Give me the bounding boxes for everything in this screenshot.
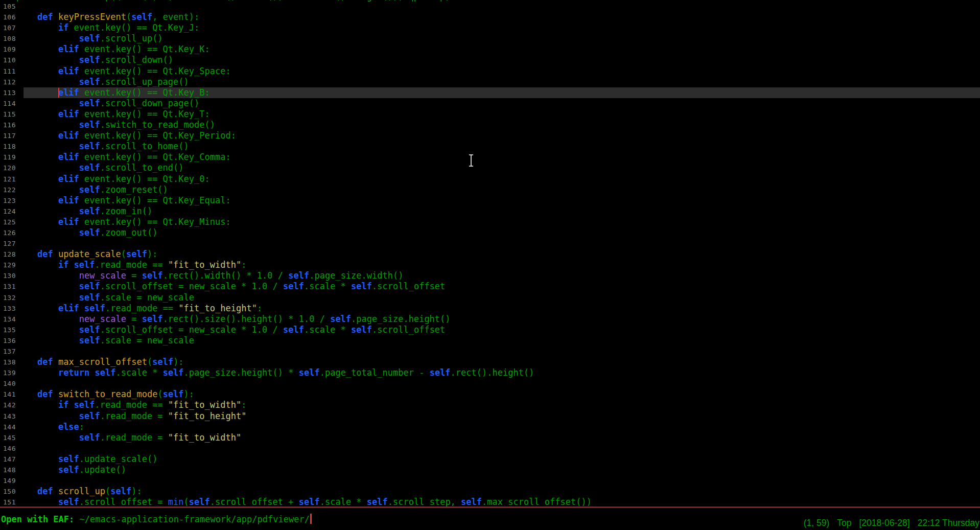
code-line[interactable]: 145 self.read_mode = "fit_to_width" [0, 432, 980, 443]
code-line[interactable]: 118 self.scroll_to_home() [0, 141, 980, 152]
line-content: def update_scale(self): [16, 249, 157, 259]
code-line[interactable]: 137 [0, 346, 980, 357]
line-content: self.scroll_offset = min(self.scroll_off… [16, 497, 592, 506]
line-number: 150 [3, 486, 16, 497]
code-line[interactable]: 122 self.zoom_reset() [0, 185, 980, 195]
code-line[interactable]: 134 new_scale = self.rect().size().heigh… [0, 314, 980, 325]
code-line[interactable]: 126 self.zoom_out() [0, 227, 980, 238]
line-number: 122 [3, 185, 16, 195]
code-line[interactable]: 128 def update_scale(self): [0, 249, 980, 260]
code-line[interactable]: 139 return self.scale * self.page_size.h… [0, 367, 980, 378]
line-content: self.scale = new_scale [16, 292, 194, 303]
line-number: 128 [3, 249, 16, 260]
line-content: self.read_mode = "fit_to_width" [16, 432, 241, 443]
line-number: 131 [3, 281, 16, 292]
line-content: elif event.key() == Qt.Key_T: [16, 109, 210, 119]
minibuffer[interactable]: Open with EAF: ~/emacs-application-frame… [1, 513, 312, 526]
code-line[interactable]: 143 self.read_mode = "fit_to_height" [0, 411, 980, 422]
code-line[interactable]: 131 self.scroll_offset = new_scale * 1.0… [0, 281, 980, 292]
code-line[interactable]: 123 elif event.key() == Qt.Key_Equal: [0, 195, 980, 206]
line-number: 108 [3, 33, 16, 44]
code-line[interactable]: 121 elif event.key() == Qt.Key_0: [0, 174, 980, 185]
line-number: 111 [3, 66, 16, 77]
code-line[interactable]: 147 self.update_scale() [0, 454, 980, 465]
code-line[interactable]: 144 else: [0, 422, 980, 432]
minibuffer-input[interactable]: ~/emacs-application-framework/app/pdfvie… [80, 514, 310, 524]
code-line[interactable]: 115 elif event.key() == Qt.Key_T: [0, 109, 980, 120]
code-line[interactable]: 106 def keyPressEvent(self, event): [0, 12, 980, 22]
text-cursor [310, 514, 312, 524]
code-line[interactable]: 112 self.scroll_up_page() [0, 77, 980, 87]
line-content: def max_scroll_offset(self): [16, 357, 184, 367]
mouse-cursor-ibeam [468, 154, 475, 167]
code-line[interactable]: 150 def scroll_up(self): [0, 486, 980, 497]
line-number: 147 [3, 454, 16, 465]
code-line[interactable]: 109 elif event.key() == Qt.Key_K: [0, 44, 980, 55]
line-number: 125 [3, 217, 16, 227]
line-number: 142 [3, 400, 16, 410]
code-line[interactable]: 135 self.scroll_offset = new_scale * 1.0… [0, 325, 980, 335]
cursor-position: (1, 59) [804, 517, 830, 528]
code-line[interactable]: 119 elif event.key() == Qt.Key_Comma: [0, 152, 980, 163]
line-content: self.update_scale() [16, 454, 157, 464]
code-line[interactable]: 141 def switch_to_read_mode(self): [0, 389, 980, 400]
code-line[interactable]: 136 self.scale = new_scale [0, 335, 980, 346]
code-line[interactable]: 142 if self.read_mode == "fit_to_width": [0, 400, 980, 410]
line-number: 114 [3, 98, 16, 109]
line-number: 106 [3, 12, 16, 22]
code-line[interactable]: 117 elif event.key() == Qt.Key_Period: [0, 130, 980, 141]
line-number: 110 [3, 55, 16, 65]
line-number: 132 [3, 292, 16, 303]
line-content: self.scroll_up_page() [16, 77, 189, 87]
line-number: 146 [3, 443, 16, 454]
code-line[interactable]: 149 [0, 475, 980, 486]
line-number: 107 [3, 22, 16, 33]
line-content: elif event.key() == Qt.Key_Space: [16, 66, 231, 76]
code-line[interactable]: 116 self.switch_to_read_mode() [0, 120, 980, 130]
line-number: 137 [3, 346, 16, 357]
code-line[interactable]: 151 self.scroll_offset = min(self.scroll… [0, 497, 980, 506]
code-line[interactable]: 108 self.scroll_up() [0, 33, 980, 44]
code-line[interactable]: 140 [0, 378, 980, 389]
line-number: 115 [3, 109, 16, 120]
line-content: def scroll_up(self): [16, 486, 142, 496]
emacs-frame: { "colors": { "background": "#000000", "… [0, 0, 980, 530]
code-line[interactable]: 125 elif event.key() == Qt.Key_Minus: [0, 217, 980, 227]
code-line[interactable]: 105 [0, 1, 980, 12]
line-number: 140 [3, 378, 16, 389]
code-line[interactable]: 124 self.zoom_in() [0, 206, 980, 217]
line-number: 123 [3, 195, 16, 206]
line-content: def keyPressEvent(self, event): [16, 12, 199, 22]
code-line[interactable]: 138 def max_scroll_offset(self): [0, 357, 980, 367]
line-content: elif event.key() == Qt.Key_Equal: [16, 195, 231, 205]
line-content: self.update() [16, 465, 126, 475]
line-content: if self.read_mode == "fit_to_width": [16, 260, 246, 270]
line-number: 141 [3, 389, 16, 400]
line-content: def switch_to_read_mode(self): [16, 389, 194, 399]
line-number: 109 [3, 44, 16, 55]
code-line[interactable]: 148 self.update() [0, 465, 980, 475]
line-number: 127 [3, 238, 16, 249]
line-content: if event.key() == Qt.Key_J: [16, 22, 199, 33]
line-number: 136 [3, 335, 16, 346]
code-line[interactable]: 127 [0, 238, 980, 249]
code-buffer[interactable]: painter.drawPixmap(QRect(0, 0, self.rect… [0, 0, 980, 506]
code-line[interactable]: 132 self.scale = new_scale [0, 292, 980, 303]
code-line[interactable]: 130 new_scale = self.rect().width() * 1.… [0, 270, 980, 281]
line-number: 130 [3, 270, 16, 281]
code-line[interactable]: 110 self.scroll_down() [0, 55, 980, 65]
code-line[interactable]: 114 self.scroll_down_page() [0, 98, 980, 109]
code-line[interactable]: 120 self.scroll_to_end() [0, 163, 980, 173]
line-number: 148 [3, 465, 16, 475]
code-line[interactable]: 133 elif self.read_mode == "fit_to_heigh… [0, 303, 980, 314]
code-line[interactable]: 129 if self.read_mode == "fit_to_width": [0, 260, 980, 270]
line-content: self.scroll_offset = new_scale * 1.0 / s… [16, 325, 445, 335]
status-tray: (1, 59) Top [2018-06-28] 22:12 Thursday [804, 517, 979, 528]
line-content: elif event.key() == Qt.Key_Comma: [16, 152, 231, 162]
code-line[interactable]: 111 elif event.key() == Qt.Key_Space: [0, 66, 980, 77]
code-line[interactable]: 113 elif event.key() == Qt.Key_B: [0, 87, 980, 98]
line-content: self.scroll_to_end() [16, 163, 184, 173]
code-line[interactable]: 107 if event.key() == Qt.Key_J: [0, 22, 980, 33]
line-number: 105 [3, 1, 16, 12]
code-line[interactable]: 146 [0, 443, 980, 454]
